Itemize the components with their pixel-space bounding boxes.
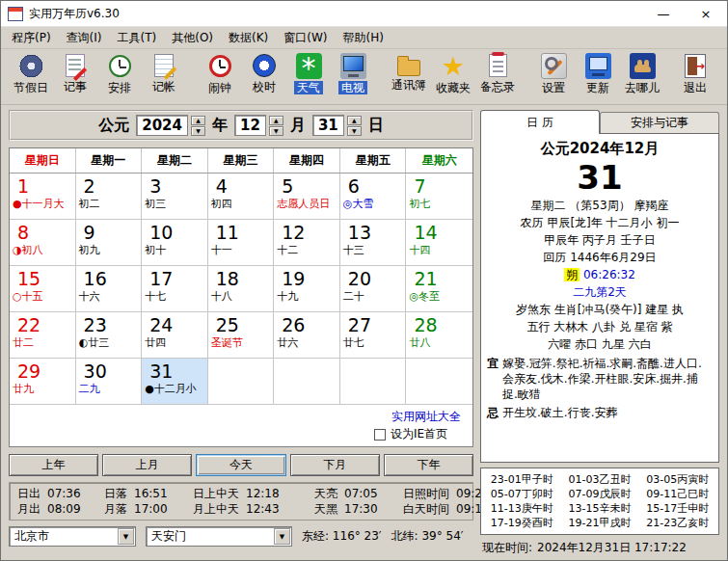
day-cell-1[interactable]: 1●十一月大 bbox=[10, 174, 76, 220]
day-cell-21[interactable]: 21◎冬至 bbox=[406, 266, 472, 312]
year-input[interactable]: 2024 bbox=[136, 115, 188, 136]
spinner-down-icon[interactable] bbox=[191, 126, 205, 136]
spinner-down-icon[interactable] bbox=[269, 126, 283, 136]
site-select[interactable]: 天安门 bbox=[146, 526, 292, 547]
ie-home-option[interactable]: 设为IE首页 bbox=[374, 426, 447, 442]
nav-next-year-button[interactable]: 下年 bbox=[384, 454, 473, 476]
menu-item-0[interactable]: 程序(P) bbox=[4, 27, 59, 49]
toolbar-update-button[interactable]: 更新 bbox=[576, 52, 620, 94]
ie-home-checkbox[interactable] bbox=[374, 429, 386, 441]
day-cell-17[interactable]: 17十七 bbox=[142, 266, 208, 312]
day-cell-20[interactable]: 20二十 bbox=[340, 266, 407, 312]
day-cell-5[interactable]: 5志愿人员日 bbox=[274, 174, 340, 220]
inauspicious-label: 忌 bbox=[487, 405, 502, 420]
day-cell-16[interactable]: 16十六 bbox=[76, 266, 143, 312]
toolbar-timesync-button[interactable]: 校时 bbox=[242, 52, 286, 94]
minimize-button[interactable]: — bbox=[642, 1, 685, 26]
menu-item-5[interactable]: 窗口(W) bbox=[276, 27, 335, 49]
toolbar-settings-button[interactable]: 设置 bbox=[531, 52, 576, 94]
day-cell-26[interactable]: 26廿六 bbox=[274, 312, 340, 359]
day-cell-2[interactable]: 2初二 bbox=[76, 174, 143, 220]
day-number: 30 bbox=[84, 360, 141, 383]
chevron-down-icon[interactable] bbox=[274, 528, 290, 545]
astro-label: 日落 bbox=[104, 486, 127, 501]
weekday-header: 星期二 bbox=[142, 148, 208, 173]
day-cell-10[interactable]: 10初十 bbox=[142, 220, 208, 266]
toolbar-alarm-button[interactable]: 闹钟 bbox=[198, 52, 242, 94]
tab-calendar[interactable]: 日 历 bbox=[480, 110, 600, 134]
day-cell-24[interactable]: 24廿四 bbox=[142, 312, 208, 359]
day-cell-27[interactable]: 27廿七 bbox=[340, 312, 407, 359]
day-cell-8[interactable]: 8◑初八 bbox=[10, 220, 76, 266]
day-cell-29[interactable]: 29廿九 bbox=[10, 359, 76, 405]
day-cell-12[interactable]: 12十二 bbox=[274, 220, 340, 266]
day-cell-13[interactable]: 13十三 bbox=[340, 220, 407, 266]
day-cell-19[interactable]: 19十九 bbox=[274, 266, 340, 312]
nav-prev-year-button[interactable]: 上年 bbox=[9, 454, 98, 476]
toolbar-notes-button[interactable]: 记事 bbox=[53, 52, 97, 94]
toolbar-travel-button[interactable]: 去哪儿 bbox=[620, 52, 664, 94]
day-number: 7 bbox=[414, 174, 472, 198]
timesync-icon bbox=[253, 54, 276, 77]
day-input[interactable]: 31 bbox=[312, 115, 344, 136]
day-spinner bbox=[347, 116, 362, 136]
day-lunar-label: 初二 bbox=[79, 198, 141, 211]
menu-item-2[interactable]: 工具(T) bbox=[110, 27, 165, 49]
day-cell-6[interactable]: 6◎大雪 bbox=[340, 174, 407, 220]
toolbar-contacts-button[interactable]: 通讯簿 bbox=[387, 52, 431, 92]
nav-prev-month-button[interactable]: 上月 bbox=[102, 454, 192, 476]
spinner-up-icon[interactable] bbox=[191, 116, 205, 125]
day-cell-3[interactable]: 3初三 bbox=[142, 174, 208, 220]
sun-moon-panel: 日出07:36日落16:51日上中天12:18天亮07:05日照时间09:23月… bbox=[9, 482, 473, 521]
day-detail-panel: 公元2024年12月 31 星期二 （第53周） 摩羯座 农历 甲辰[龙]年 十… bbox=[480, 133, 719, 463]
menu-item-4[interactable]: 数据(K) bbox=[221, 27, 276, 49]
day-number: 25 bbox=[216, 313, 273, 336]
site-value: 天安门 bbox=[151, 528, 186, 545]
day-cell-15[interactable]: 15○十五 bbox=[10, 266, 76, 312]
menu-item-6[interactable]: 帮助(H) bbox=[336, 27, 391, 49]
astro-info: 月落17:00 bbox=[104, 501, 193, 517]
day-cell-4[interactable]: 4初四 bbox=[208, 174, 275, 220]
spinner-up-icon[interactable] bbox=[269, 116, 283, 125]
day-cell-7[interactable]: 7初七 bbox=[406, 174, 472, 220]
day-cell-22[interactable]: 22廿二 bbox=[10, 312, 76, 359]
toolbar-accounting-button[interactable]: 记帐 bbox=[142, 52, 186, 94]
detail-day-number: 31 bbox=[487, 158, 713, 197]
month-input[interactable]: 12 bbox=[234, 115, 266, 136]
toolbar-schedule-button[interactable]: 安排 bbox=[97, 52, 142, 94]
menu-item-3[interactable]: 其他(O) bbox=[164, 27, 221, 49]
toolbar-label: 收藏夹 bbox=[436, 81, 471, 94]
astro-value: 12:43 bbox=[246, 501, 280, 517]
astro-info: 天亮07:05 bbox=[314, 486, 403, 501]
toolbar-exit-button[interactable]: 退出 bbox=[673, 52, 717, 94]
nav-today-button[interactable]: 今天 bbox=[196, 454, 285, 476]
day-cell-30[interactable]: 30二九 bbox=[76, 359, 143, 405]
website-link[interactable]: 实用网址大全 bbox=[391, 409, 461, 425]
nav-next-month-button[interactable]: 下月 bbox=[290, 454, 380, 476]
day-cell-11[interactable]: 11十一 bbox=[208, 220, 275, 266]
tab-schedule-notes[interactable]: 安排与记事 bbox=[600, 112, 719, 133]
day-cell-23[interactable]: 23◐廿三 bbox=[76, 312, 143, 359]
spinner-up-icon[interactable] bbox=[347, 116, 362, 125]
day-cell-18[interactable]: 18十八 bbox=[208, 266, 275, 312]
toolbar-tv-button[interactable]: 电视 bbox=[331, 52, 375, 94]
day-cell-14[interactable]: 14十四 bbox=[406, 220, 472, 266]
window-controls: — × bbox=[642, 1, 727, 26]
toolbar-favorites-button[interactable]: 收藏夹 bbox=[431, 52, 475, 94]
toolbar-weather-button[interactable]: 天气 bbox=[286, 52, 331, 94]
toolbar-holidays-button[interactable]: 节假日 bbox=[9, 52, 53, 94]
astro-value: 07:05 bbox=[344, 486, 378, 501]
day-cell-9[interactable]: 9初九 bbox=[76, 220, 143, 266]
day-cell-28[interactable]: 28廿八 bbox=[406, 312, 472, 359]
day-lunar-label: 廿二 bbox=[13, 336, 74, 350]
toolbar-memo-button[interactable]: 备忘录 bbox=[475, 52, 520, 94]
spinner-down-icon[interactable] bbox=[347, 126, 362, 136]
window-title: 实用万年历v6.30 bbox=[29, 6, 120, 22]
menu-bar: 程序(P)查询(I)工具(T)其他(O)数据(K)窗口(W)帮助(H) bbox=[1, 27, 727, 49]
day-cell-25[interactable]: 25圣诞节 bbox=[208, 312, 275, 359]
day-cell-31[interactable]: 31●十二月小 bbox=[142, 359, 208, 405]
chevron-down-icon[interactable] bbox=[118, 528, 134, 545]
menu-item-1[interactable]: 查询(I) bbox=[59, 27, 110, 49]
city-select[interactable]: 北京市 bbox=[9, 526, 136, 547]
close-button[interactable]: × bbox=[685, 1, 727, 26]
